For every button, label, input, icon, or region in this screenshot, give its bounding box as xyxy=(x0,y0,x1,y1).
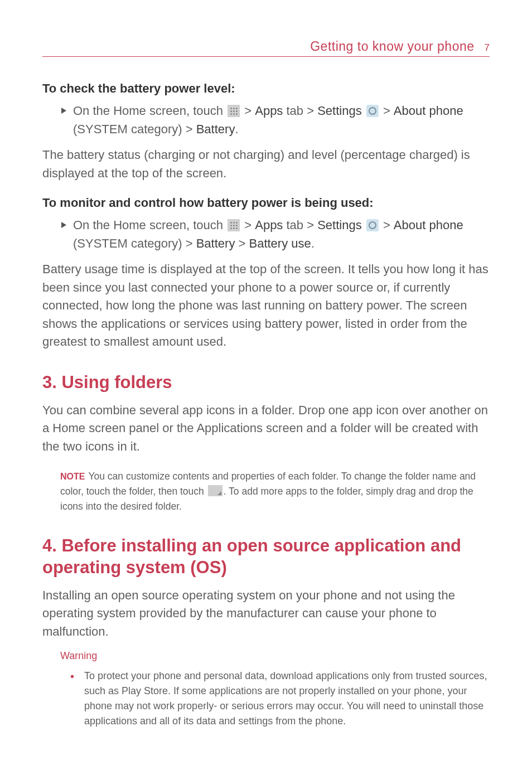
heading-using-folders: 3. Using folders xyxy=(42,371,490,394)
text: tab > xyxy=(283,104,317,118)
note-label: NOTE xyxy=(60,472,85,481)
svg-marker-0 xyxy=(61,108,66,114)
text xyxy=(362,218,365,232)
text: tab > xyxy=(283,218,317,232)
apps-grid-icon xyxy=(228,219,240,231)
page-number: 7 xyxy=(485,42,490,54)
apps-grid-icon xyxy=(228,105,240,117)
paragraph: You can combine several app icons in a f… xyxy=(42,401,490,456)
text: > xyxy=(241,104,255,118)
text xyxy=(362,104,365,118)
text: > xyxy=(380,104,394,118)
warning-label: Warning xyxy=(42,650,490,662)
text: > xyxy=(380,218,394,232)
page-header: Getting to know your phone 7 xyxy=(42,39,490,57)
settings-gear-icon xyxy=(366,105,379,117)
edit-pencil-icon xyxy=(208,485,223,496)
page-content: Getting to know your phone 7 To check th… xyxy=(0,0,532,762)
text: Battery xyxy=(196,236,235,250)
paragraph: Battery usage time is displayed at the t… xyxy=(42,260,490,351)
text: Apps xyxy=(255,104,283,118)
paragraph: Installing an open source operating syst… xyxy=(42,587,490,641)
text: On the Home screen, touch xyxy=(73,218,226,232)
dot-bullet-icon: • xyxy=(70,669,74,729)
section-title: Getting to know your phone xyxy=(310,39,474,54)
svg-marker-1 xyxy=(61,222,66,228)
text: (SYSTEM category) > xyxy=(73,236,196,250)
heading-check-battery: To check the battery power level: xyxy=(42,81,490,96)
warning-bullet: • To protect your phone and personal dat… xyxy=(42,669,490,729)
bullet-check-battery: On the Home screen, touch > Apps tab > S… xyxy=(42,101,490,138)
text: Battery use xyxy=(249,236,311,250)
triangle-bullet-icon xyxy=(61,222,66,228)
triangle-bullet-icon xyxy=(61,108,66,114)
text: . xyxy=(235,122,238,136)
paragraph: The battery status (charging or not char… xyxy=(42,146,490,182)
heading-open-source: 4. Before installing an open source appl… xyxy=(42,535,490,579)
text: Battery xyxy=(196,122,235,136)
text: Apps xyxy=(255,218,283,232)
bullet-text: On the Home screen, touch > Apps tab > S… xyxy=(73,101,490,138)
text: Settings xyxy=(317,218,362,232)
bullet-text: On the Home screen, touch > Apps tab > S… xyxy=(73,216,490,253)
bullet-monitor-battery: On the Home screen, touch > Apps tab > S… xyxy=(42,216,490,253)
settings-gear-icon xyxy=(366,219,379,231)
text: Settings xyxy=(317,104,362,118)
text: > xyxy=(241,218,255,232)
text: . xyxy=(311,236,315,250)
text: On the Home screen, touch xyxy=(73,104,226,118)
note-block: NOTEYou can customize contents and prope… xyxy=(42,469,490,514)
text: About phone xyxy=(394,218,463,232)
text: (SYSTEM category) > xyxy=(73,122,196,136)
heading-monitor-battery: To monitor and control how battery power… xyxy=(42,196,490,210)
warning-text: To protect your phone and personal data,… xyxy=(84,669,490,729)
text: > xyxy=(235,236,249,250)
text: About phone xyxy=(394,104,463,118)
